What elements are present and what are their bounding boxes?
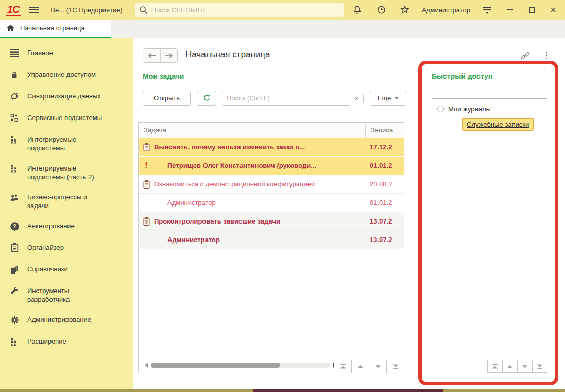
more-menu-icon[interactable]: ⋮ bbox=[541, 48, 552, 62]
column-written[interactable]: Записа bbox=[365, 123, 404, 138]
chevron-down-icon bbox=[395, 97, 399, 99]
current-user[interactable]: Администратор bbox=[422, 6, 470, 14]
collapse-icon[interactable] bbox=[437, 106, 444, 112]
sidebar-item-label: Синхронизация данных bbox=[27, 91, 110, 100]
go-last-button[interactable] bbox=[386, 360, 404, 373]
app-title: Ве... (1С:Предприятие) bbox=[50, 6, 122, 14]
tab-bar: Начальная страница bbox=[0, 20, 565, 38]
scrollbar-thumb[interactable] bbox=[151, 363, 280, 368]
subsystem-blocks-icon bbox=[8, 163, 21, 174]
sections-panel: Главное Управление доступом Синхронизаци… bbox=[0, 38, 133, 389]
table-row[interactable]: Администратор 01.01.2 bbox=[139, 194, 404, 212]
sidebar-item-label: Расширение bbox=[27, 336, 110, 346]
sidebar-item-label: Интегрируемые подсистемы (часть 2) bbox=[27, 163, 110, 181]
horizontal-scrollbar[interactable] bbox=[145, 362, 336, 368]
sidebar-item-developer-tools[interactable]: Инструменты разработчика bbox=[0, 280, 133, 309]
table-row[interactable]: Выяснить, почему нельзя изменить заказ п… bbox=[139, 138, 404, 157]
open-button[interactable]: Открыть bbox=[143, 91, 191, 106]
titlebar-actions: Администратор × bbox=[351, 3, 559, 16]
go-first-button[interactable] bbox=[487, 360, 503, 373]
row-navigation-buttons bbox=[334, 360, 404, 373]
search-icon bbox=[139, 6, 148, 14]
sidebar-item-organizer[interactable]: Органайзер bbox=[0, 237, 133, 259]
tab-home-page[interactable]: Начальная страница bbox=[0, 20, 111, 38]
more-actions-label: Еще bbox=[378, 94, 391, 102]
sidebar-item-extension[interactable]: Расширение bbox=[0, 331, 133, 352]
task-subject: Проконтролировать зависшие задачи bbox=[154, 217, 365, 225]
lock-icon bbox=[8, 69, 21, 80]
forward-button[interactable] bbox=[160, 49, 177, 62]
people-icon bbox=[8, 192, 21, 203]
link-icon[interactable] bbox=[518, 48, 533, 63]
wrench-icon bbox=[8, 285, 21, 297]
more-actions-button[interactable]: Еще bbox=[370, 91, 406, 106]
hamburger-menu-icon[interactable] bbox=[28, 3, 41, 16]
go-up-button[interactable] bbox=[351, 360, 369, 373]
highlighted-item: Служебные записки bbox=[462, 118, 534, 131]
sidebar-item-surveys[interactable]: ? Анкетирование bbox=[0, 215, 133, 237]
question-circle-icon: ? bbox=[8, 220, 21, 232]
quick-access-heading: Быстрый доступ bbox=[432, 72, 492, 80]
table-row[interactable]: Проконтролировать зависшие задачи 13.07.… bbox=[139, 212, 404, 231]
table-row[interactable]: Ознакомиться с демонстрационной конфигур… bbox=[139, 175, 404, 194]
clipboard-icon bbox=[8, 242, 21, 253]
go-first-button[interactable] bbox=[334, 360, 352, 373]
go-down-button[interactable] bbox=[517, 360, 533, 373]
scrollbar-track[interactable] bbox=[151, 363, 330, 368]
close-button[interactable]: × bbox=[547, 4, 559, 15]
favorites-star-icon[interactable] bbox=[398, 3, 412, 16]
table-row[interactable]: Администратор 13.07.2 bbox=[139, 231, 404, 249]
app-window: 1С Ве... (1С:Предприятие) Администратор bbox=[0, 0, 565, 392]
refresh-button[interactable] bbox=[197, 91, 216, 106]
sidebar-item-label: Справочники bbox=[27, 264, 110, 274]
sidebar-item-administration[interactable]: Администрирование bbox=[0, 309, 133, 331]
maximize-icon bbox=[529, 7, 535, 13]
sidebar-item-integrable-subsystems[interactable]: Интегрируемые подсистемы bbox=[0, 129, 133, 158]
scroll-left-icon[interactable] bbox=[145, 363, 148, 368]
page-title: Начальная страница bbox=[185, 49, 270, 60]
task-performer: Администратор bbox=[154, 199, 365, 207]
task-clipboard-icon bbox=[139, 180, 154, 189]
tree-navigation-buttons bbox=[488, 360, 547, 373]
sync-icon bbox=[8, 91, 21, 102]
task-performer: Администратор bbox=[154, 236, 365, 244]
task-subject: Выяснить, почему нельзя изменить заказ п… bbox=[154, 143, 365, 151]
service-menu-icon[interactable] bbox=[481, 3, 494, 16]
clear-search-icon[interactable]: × bbox=[350, 94, 364, 103]
table-row[interactable]: ! Петрищев Олег Константинович (руководи… bbox=[139, 157, 404, 175]
global-search-input[interactable] bbox=[151, 6, 340, 14]
sidebar-item-main[interactable]: Главное bbox=[0, 42, 133, 64]
sidebar-item-data-sync[interactable]: Синхронизация данных bbox=[0, 86, 133, 107]
minimize-button[interactable] bbox=[504, 4, 516, 15]
sidebar-item-business-processes[interactable]: Бизнес-процессы и задачи bbox=[0, 186, 133, 215]
global-search bbox=[135, 3, 344, 17]
tasks-search-input[interactable] bbox=[222, 91, 350, 105]
sidebar-item-label: Анкетирование bbox=[27, 220, 110, 230]
column-task[interactable]: Задача bbox=[139, 126, 365, 134]
sidebar-item-label: Администрирование bbox=[27, 314, 110, 324]
go-down-button[interactable] bbox=[369, 360, 387, 373]
task-performer: Петрищев Олег Константинович (руководи..… bbox=[154, 162, 365, 169]
sidebar-item-integrable-subsystems-2[interactable]: Интегрируемые подсистемы (часть 2) bbox=[0, 158, 133, 186]
history-icon[interactable] bbox=[374, 3, 388, 16]
sidebar-item-label: Органайзер bbox=[27, 242, 110, 252]
my-journals-link[interactable]: Мои журналы bbox=[448, 105, 491, 113]
sidebar-item-label: Бизнес-процессы и задачи bbox=[27, 192, 110, 210]
main-menu-icon bbox=[8, 47, 21, 59]
home-icon bbox=[6, 24, 15, 32]
sidebar-item-service-subsystems[interactable]: Сервисные подсистемы bbox=[0, 107, 133, 129]
tasks-table-header[interactable]: Задача Записа bbox=[139, 123, 404, 138]
sidebar-item-label: Управление доступом bbox=[27, 69, 110, 79]
maximize-button[interactable] bbox=[526, 4, 537, 15]
sidebar-item-catalogs[interactable]: Справочники bbox=[0, 259, 133, 280]
notifications-bell-icon[interactable] bbox=[351, 3, 364, 16]
subsystem-grid-icon bbox=[8, 112, 21, 124]
minimize-icon bbox=[507, 9, 513, 10]
sidebar-item-access-management[interactable]: Управление доступом bbox=[0, 64, 133, 86]
back-button[interactable] bbox=[143, 49, 160, 62]
go-last-button[interactable] bbox=[532, 360, 547, 373]
memos-link[interactable]: Служебные записки bbox=[467, 121, 529, 128]
my-tasks-heading: Мои задачи bbox=[143, 72, 184, 80]
tasks-toolbar: Открыть × Еще bbox=[143, 91, 406, 106]
go-up-button[interactable] bbox=[502, 360, 518, 373]
